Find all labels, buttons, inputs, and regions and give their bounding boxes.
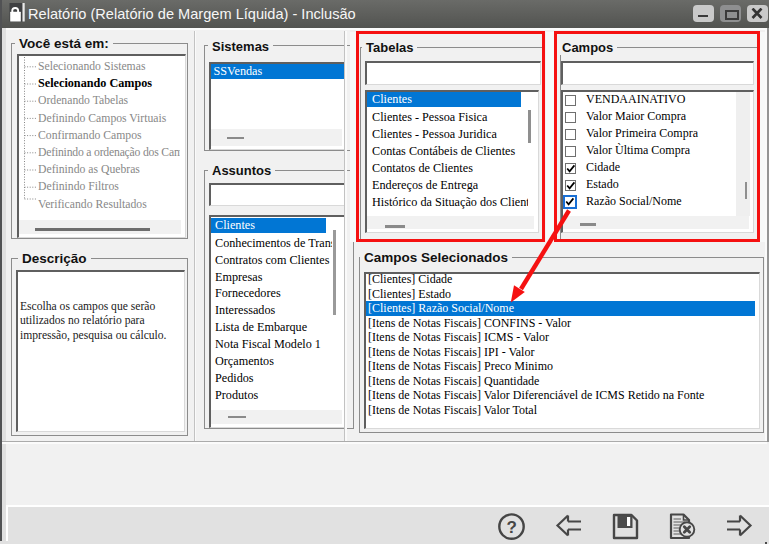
svg-text:?: ? (506, 518, 516, 537)
